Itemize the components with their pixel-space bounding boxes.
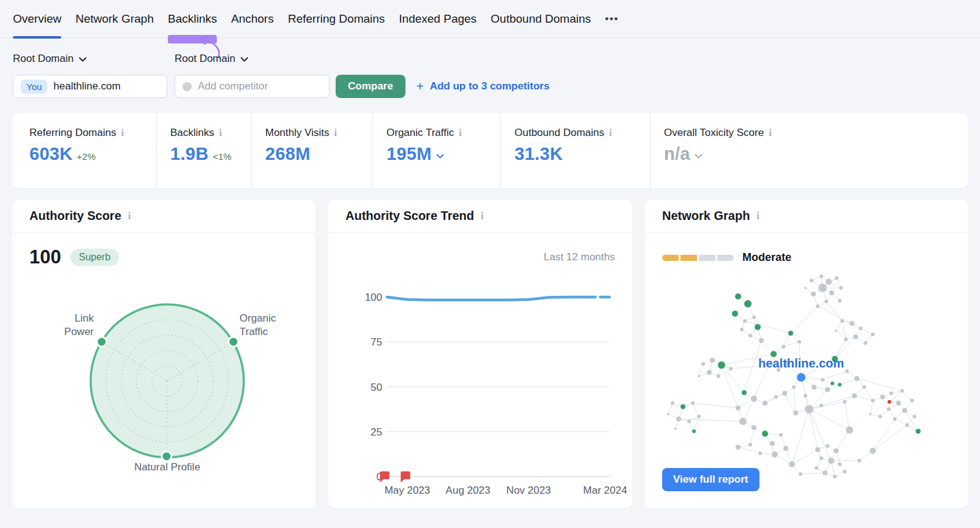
card-title: Authority Score bbox=[29, 209, 121, 223]
svg-text:100: 100 bbox=[365, 292, 382, 303]
card-title: Authority Score Trend bbox=[345, 209, 474, 223]
competitor-input-placeholder: Add competitor bbox=[198, 80, 268, 92]
network-risk-level-label: Moderate bbox=[742, 251, 791, 264]
chevron-down-icon bbox=[241, 57, 248, 62]
info-icon[interactable]: i bbox=[481, 211, 483, 221]
metric-monthly-visits: Monthly Visits i 268M bbox=[251, 113, 372, 188]
authority-score-trend-card: Authority Score Trend i Last 12 months 1… bbox=[328, 200, 632, 508]
svg-text:Link: Link bbox=[75, 312, 94, 324]
chevron-down-icon bbox=[79, 57, 86, 62]
tab-label: Indexed Pages bbox=[399, 12, 477, 26]
you-badge: You bbox=[21, 80, 47, 94]
backlink-network-graph: healthline.com bbox=[645, 267, 968, 488]
target-scope-dropdown[interactable]: Root Domain bbox=[13, 53, 86, 65]
info-icon[interactable]: i bbox=[219, 128, 222, 138]
metric-organic-traffic: Organic Traffic i 195M bbox=[372, 113, 500, 188]
compare-button[interactable]: Compare bbox=[336, 75, 405, 98]
target-domain-input[interactable]: You healthline.com bbox=[13, 75, 167, 98]
svg-text:25: 25 bbox=[371, 426, 382, 438]
active-tab-underline bbox=[13, 36, 61, 39]
toxicity-score-dropdown[interactable]: n/a bbox=[664, 144, 968, 164]
metric-value: 31.3K bbox=[514, 144, 563, 164]
scope-label-text: Root Domain bbox=[175, 53, 235, 65]
tab-label: Outbound Domains bbox=[491, 12, 591, 26]
tab-label: Backlinks bbox=[168, 12, 217, 26]
add-competitor-input[interactable]: Add competitor bbox=[175, 75, 330, 98]
authority-score-card: Authority Score i 100 Superb LinkPowerOr… bbox=[12, 200, 315, 508]
svg-text:Mar 2024: Mar 2024 bbox=[583, 485, 627, 496]
metric-label: Backlinks bbox=[170, 127, 214, 139]
info-icon[interactable]: i bbox=[609, 128, 611, 138]
svg-text:May 2023: May 2023 bbox=[385, 485, 431, 496]
svg-text:50: 50 bbox=[371, 382, 382, 393]
authority-score-radar-chart: LinkPowerOrganicTrafficNatural Profile bbox=[12, 233, 315, 508]
metric-backlinks: Backlinks i 1.9B <1% bbox=[156, 113, 251, 188]
network-risk-meter bbox=[662, 255, 734, 261]
competitor-favicon-placeholder-icon bbox=[183, 82, 192, 91]
meter-segment-empty bbox=[699, 255, 715, 261]
info-icon[interactable]: i bbox=[121, 128, 124, 138]
tab-label: Anchors bbox=[231, 12, 274, 26]
metric-value: 603K bbox=[29, 144, 73, 164]
chevron-down-icon bbox=[436, 154, 444, 159]
info-icon[interactable]: i bbox=[128, 211, 130, 221]
chevron-down-icon bbox=[695, 154, 703, 159]
tab-overview[interactable]: Overview bbox=[13, 0, 61, 38]
tab-network-graph[interactable]: Network Graph bbox=[75, 0, 154, 38]
tab-indexed-pages[interactable]: Indexed Pages bbox=[399, 0, 477, 38]
target-domain-value: healthline.com bbox=[53, 80, 121, 92]
metric-outbound-domains: Outbound Domains i 31.3K bbox=[500, 113, 650, 188]
report-tabs-nav: Overview Network Graph Backlinks Anchors… bbox=[0, 0, 980, 38]
svg-text:Traffic: Traffic bbox=[239, 326, 268, 338]
metric-label: Outbound Domains bbox=[514, 127, 604, 139]
metric-toxicity-score: Overall Toxicity Score i n/a bbox=[650, 113, 968, 188]
svg-text:Aug 2023: Aug 2023 bbox=[446, 485, 491, 496]
info-icon[interactable]: i bbox=[756, 211, 759, 221]
meter-segment-filled bbox=[680, 255, 697, 261]
info-icon[interactable]: i bbox=[334, 128, 337, 138]
authority-score-value: 100 bbox=[29, 246, 61, 268]
metric-delta: <1% bbox=[213, 151, 231, 162]
svg-text:healthline.com: healthline.com bbox=[758, 356, 844, 370]
backlink-analytics-page: Overview Network Graph Backlinks Anchors… bbox=[0, 0, 980, 528]
metric-referring-domains: Referring Domains i 603K +2% bbox=[12, 113, 156, 188]
add-competitors-link[interactable]: + Add up to 3 competitors bbox=[417, 75, 549, 98]
metric-label: Overall Toxicity Score bbox=[664, 127, 764, 139]
plus-icon: + bbox=[417, 80, 424, 94]
tab-label: Network Graph bbox=[75, 12, 154, 26]
metric-label: Organic Traffic bbox=[386, 127, 454, 139]
summary-metrics-bar: Referring Domains i 603K +2% Backlinks i… bbox=[12, 113, 968, 188]
meter-segment-empty bbox=[717, 255, 734, 261]
add-competitors-label: Add up to 3 competitors bbox=[430, 80, 550, 92]
tab-anchors[interactable]: Anchors bbox=[231, 0, 274, 38]
network-graph-card: Network Graph i Moderate healthline.com … bbox=[645, 200, 968, 508]
info-icon[interactable]: i bbox=[459, 128, 461, 138]
tab-label: Overview bbox=[13, 12, 61, 26]
svg-text:Organic: Organic bbox=[239, 312, 276, 324]
organic-traffic-dropdown[interactable]: 195M bbox=[386, 144, 500, 164]
more-tabs-button[interactable]: ••• bbox=[605, 0, 619, 38]
tab-referring-domains[interactable]: Referring Domains bbox=[288, 0, 385, 38]
metric-delta: +2% bbox=[77, 151, 96, 162]
metric-value: 195M bbox=[386, 144, 432, 164]
svg-text:Natural Profile: Natural Profile bbox=[134, 461, 200, 473]
svg-text:Nov 2023: Nov 2023 bbox=[507, 485, 551, 496]
svg-text:75: 75 bbox=[371, 336, 382, 348]
authority-score-badge: Superb bbox=[70, 249, 119, 266]
metric-label: Monthly Visits bbox=[265, 127, 330, 139]
meter-segment-filled bbox=[662, 255, 679, 261]
metric-label: Referring Domains bbox=[29, 127, 116, 139]
tab-outbound-domains[interactable]: Outbound Domains bbox=[491, 0, 591, 38]
authority-score-trend-chart: 1007550250May 2023Aug 2023Nov 2023Mar 20… bbox=[328, 233, 632, 508]
metric-value: 268M bbox=[265, 144, 311, 164]
scope-label-text: Root Domain bbox=[13, 53, 74, 65]
tab-label: Referring Domains bbox=[288, 12, 385, 26]
svg-text:Power: Power bbox=[64, 326, 94, 338]
domain-inputs-row: You healthline.com Add competitor Compar… bbox=[0, 75, 980, 99]
card-title: Network Graph bbox=[662, 209, 750, 223]
view-full-report-button[interactable]: View full report bbox=[662, 468, 760, 491]
info-icon[interactable]: i bbox=[769, 128, 771, 138]
metric-value: n/a bbox=[664, 144, 690, 164]
competitor-scope-dropdown[interactable]: Root Domain bbox=[175, 53, 248, 65]
tab-backlinks[interactable]: Backlinks bbox=[168, 0, 217, 38]
